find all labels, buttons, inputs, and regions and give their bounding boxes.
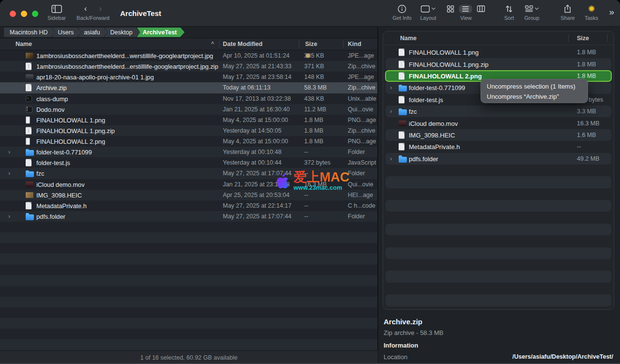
info-location-label: Location [384, 353, 407, 361]
sidebar-toggle-button[interactable]: Sidebar [47, 4, 66, 21]
menu-item-uncompress-archive[interactable]: Uncompress “Archive.zip” [481, 91, 588, 102]
file-name: FINALHOLOWALL 1.png [409, 49, 479, 56]
file-date-modified: Yesterday at 00:10:48 [223, 149, 281, 155]
file-size: 148 KB [304, 74, 324, 80]
close-window-button[interactable] [10, 11, 16, 17]
breadcrumb-item-asiafu[interactable]: asiafu [78, 28, 108, 37]
pngtall-icon [26, 138, 30, 145]
view-list-button[interactable] [459, 5, 472, 13]
column-header-kind[interactable]: Kind [348, 41, 361, 47]
file-name: 1ambrosiusbosschaerttheelderd...erstilll… [36, 63, 218, 70]
empty-row-stripe [383, 294, 614, 306]
view-columns-button[interactable] [474, 4, 488, 13]
file-size: 438 KB [304, 95, 324, 102]
breadcrumb-item-users[interactable]: Users [52, 28, 82, 37]
file-name: iCloud demo.mov [409, 120, 458, 127]
empty-row-stripe [0, 275, 378, 286]
file-kind: Unix...able [348, 95, 376, 102]
table-row[interactable]: FINALHOLOWALL 2.pngMay 4, 2025 at 15:00:… [0, 136, 378, 147]
toolbar-overflow-button[interactable]: » [609, 7, 614, 17]
zipdoc-icon [26, 84, 31, 91]
table-row[interactable]: 1ambrosiusbosschaerttheelderd...erstilll… [0, 61, 378, 72]
get-info-button[interactable]: Get Info [392, 4, 411, 21]
column-header-name[interactable]: Name [16, 41, 32, 47]
file-name: iCloud demo.mov [36, 181, 85, 188]
table-row[interactable]: Dodo.movJan 21, 2025 at 16:30:4011.2 MBQ… [0, 104, 378, 115]
empty-row-stripe [383, 235, 614, 247]
file-name: fzc [409, 108, 417, 115]
sort-label: Sort [504, 15, 514, 21]
view-grid-button[interactable] [444, 4, 457, 14]
column-header-date[interactable]: Date Modified [223, 41, 263, 47]
file-kind: Folder [348, 149, 365, 155]
doc-icon [399, 49, 404, 56]
table-row[interactable]: MetadataPrivate.h-- [383, 141, 614, 152]
table-row[interactable]: iCloud demo.movJan 21, 2025 at 23:10:381… [0, 179, 378, 190]
group-button[interactable]: Group [525, 4, 540, 21]
doc-icon [399, 131, 404, 138]
table-row[interactable]: ›pdfs.folderMay 27, 2025 at 17:07:44--Fo… [0, 211, 378, 222]
file-size: 1.8 MB [577, 61, 596, 68]
table-row[interactable]: ›folder-test-0.771099Yesterday at 00:10:… [0, 147, 378, 157]
sort-button[interactable]: Sort [504, 4, 514, 21]
zipdoc-icon [399, 61, 404, 68]
table-row[interactable]: MetadataPrivate.hMay 27, 2025 at 22:14:1… [0, 200, 378, 211]
column-header-name[interactable]: Name [400, 35, 417, 42]
layout-icon [421, 5, 430, 13]
table-row[interactable]: FINALHOLOWALL 1.png1.8 MB [383, 46, 614, 58]
table-row[interactable]: FINALHOLOWALL 1.pngMay 4, 2025 at 15:00:… [0, 115, 378, 125]
table-row[interactable]: iCloud demo.mov16.3 MB [383, 117, 614, 129]
view-label: View [460, 15, 472, 21]
file-date-modified: May 4, 2025 at 15:00:00 [223, 117, 288, 123]
table-row[interactable]: ›pdfs.folder49.2 MB [383, 153, 614, 165]
toolbar: Sidebar ‹ › Back/Forward ArchiveTest Get… [0, 0, 620, 27]
tasks-button[interactable]: ✺ Tasks [585, 4, 598, 21]
file-kind: JPE...age [348, 74, 374, 80]
doc-icon [399, 72, 404, 79]
table-row[interactable]: Archive.zipToday at 06:11:1358.3 MBZip..… [0, 82, 378, 93]
table-row[interactable]: ›fzc3.3 MB [383, 106, 614, 117]
file-name: folder-test-0.771099 [36, 149, 92, 156]
back-button[interactable]: ‹ [84, 4, 87, 14]
empty-row-stripe [383, 165, 614, 176]
back-forward-label: Back/Forward [77, 15, 109, 21]
breadcrumb: Macintosh HDUsersasiafuDesktopArchiveTes… [0, 27, 378, 38]
table-row[interactable]: FINALHOLOWALL 1.png.zip1.8 MB [383, 58, 614, 70]
table-row[interactable]: IMG_3098.HEICApr 25, 2025 at 20:53:04--H… [0, 190, 378, 200]
table-row[interactable]: 1ambrosiusbosschaerttheelderd...werstill… [0, 50, 378, 61]
chevron-down-icon [534, 7, 539, 10]
menu-item-uncompress-selection[interactable]: Uncompress selection (1 Items) [481, 81, 588, 91]
breadcrumb-item-desktop[interactable]: Desktop [105, 28, 140, 37]
file-kind: C h...code [348, 202, 375, 209]
empty-row-stripe [383, 176, 614, 188]
file-kind: Folder [348, 213, 365, 220]
share-button[interactable]: Share [560, 4, 574, 21]
breadcrumb-item-archivetest[interactable]: ArchiveTest [137, 28, 185, 37]
file-kind: Zip...chive [348, 63, 375, 70]
breadcrumb-item-macintosh-hd[interactable]: Macintosh HD [4, 28, 56, 37]
movie-icon [26, 106, 32, 112]
table-row[interactable]: apr18-20-nasa-apollo-proj-archive-01 1.j… [0, 72, 378, 82]
empty-row-stripe [383, 212, 614, 223]
minimize-window-button[interactable] [21, 11, 27, 17]
file-name: FINALHOLOWALL 1.png [36, 116, 105, 123]
forward-button[interactable]: › [99, 4, 102, 14]
file-name: FINALHOLOWALL 1.png.zip [36, 127, 115, 134]
hdoc-icon [26, 202, 31, 209]
file-name: pdfs.folder [36, 212, 65, 220]
file-size: 11.2 MB [304, 106, 326, 113]
moviethumb-icon [399, 121, 406, 126]
table-row[interactable]: class-dumpNov 17, 2013 at 03:22:38438 KB… [0, 93, 378, 104]
table-row[interactable]: FINALHOLOWALL 1.png.zipYesterday at 14:5… [0, 125, 378, 136]
file-size: 1.8 MB [304, 138, 324, 145]
zoom-window-button[interactable] [32, 11, 38, 17]
column-header-size[interactable]: Size [305, 41, 317, 47]
file-kind: Zip...chive [348, 127, 375, 134]
table-row[interactable]: IMG_3098.HEIC1.6 MB [383, 129, 614, 141]
table-row[interactable]: ›fzcMay 27, 2025 at 17:07:44--Folder [0, 168, 378, 179]
disclosure-chevron-icon: › [390, 107, 392, 115]
table-row[interactable]: folder-test.jsYesterday at 00:10:44372 b… [0, 157, 378, 168]
zipdoc-icon [26, 127, 31, 134]
layout-button[interactable]: Layout [420, 4, 436, 21]
column-header-size[interactable]: Size [577, 35, 589, 42]
